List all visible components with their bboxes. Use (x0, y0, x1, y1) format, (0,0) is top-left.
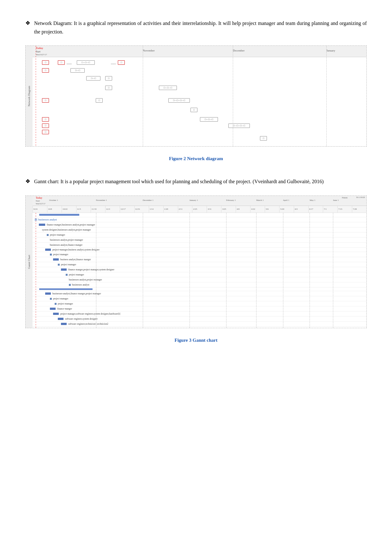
gantt-label-7: project-manager,business analyst,system … (33, 248, 100, 251)
gantt-row-15: businesses-analyst,finance manger,projec… (33, 291, 366, 296)
sep-jan-gantt (190, 213, 190, 328)
gantt-row-20: software engineer,system designer (33, 316, 366, 322)
sep-mar-gantt (256, 213, 256, 328)
jan-label-gantt: January 1 (190, 199, 198, 202)
today-line-gantt (36, 213, 36, 328)
gantt-row-0 (33, 213, 366, 217)
gantt-bar-icon-9 (53, 258, 59, 261)
date-cell-15: 4/8 (236, 206, 250, 213)
start-date-gantt: Wed 9/27/17 (36, 203, 45, 205)
sep-dec-gantt (143, 213, 143, 328)
oct-label-gantt: October 1 (49, 199, 58, 202)
gantt-row-10: project manager (33, 262, 366, 267)
dec-label-gantt: December 1 (143, 199, 154, 202)
finish-date-gantt: Fri 1/19/20 (356, 196, 365, 198)
date-cell-4: 11/5 (76, 206, 91, 213)
date-cell-20: 6/17 (308, 206, 323, 213)
gantt-dot-4 (47, 234, 49, 236)
gantt-row-7: project-manager,business analyst,system … (33, 248, 366, 252)
network-diagram-left-label: Network Diagram (26, 46, 33, 146)
gantt-row-4: project manager (33, 232, 366, 238)
gantt-row-19: project manager,software engineer,system… (33, 311, 366, 316)
gantt-label-2: finance manger,businesses analyst,projec… (33, 223, 95, 226)
gantt-chart-figure: Gannt Chart Today Start Wed 9/27/17 Octo… (25, 196, 367, 328)
mar-label-gantt: March 1 (256, 199, 264, 202)
net-node-17: □ (42, 130, 49, 134)
gantt-label-5: businesses analyst,project manager (33, 238, 83, 241)
gantt-left-label: Gannt Chart (26, 196, 33, 328)
bullet-text-gantt: Gannt chart: It is a popular project man… (34, 177, 324, 186)
sep-apr-gantt (283, 213, 283, 328)
net-node-1: □ (42, 60, 49, 65)
gantt-row-14: businesses analyst (33, 282, 366, 287)
net-node-9: □ (105, 86, 112, 90)
net-connector-1: —— (67, 62, 72, 65)
gantt-bar-icon-11 (61, 268, 67, 271)
gantt-row-21: software engineer,technicion1,technicion… (33, 322, 366, 327)
gantt-label-13: businesses analyst,project manager (33, 278, 102, 281)
net-node-3: □—□—□ (77, 60, 95, 65)
net-node-2: □ (58, 60, 65, 65)
nov-label-gantt: November 1 (96, 199, 107, 202)
gantt-row-13: businesses analyst,project manager (33, 277, 366, 282)
gantt-label-10: project manager (33, 263, 76, 266)
gantt-row-18: finance-manger (33, 306, 366, 311)
bullet-diamond-1: ❖ (25, 20, 30, 27)
net-node-16: □ (42, 123, 49, 128)
jan-label-network: January (326, 49, 335, 52)
nov-label-network: November (143, 49, 155, 52)
gantt-label-1: B businesses analyst (33, 218, 57, 221)
net-connector-2: —— (111, 62, 116, 65)
network-diagram-figure: Network Diagram Today Start Wed 9/27/17 … (25, 45, 367, 147)
gantt-dot-17 (55, 303, 57, 305)
gantt-dot-16 (50, 298, 52, 300)
net-node-20: □ (260, 136, 267, 141)
date-cell-1: 9/24 (33, 206, 47, 213)
gantt-label-9: business analyst,finance manger (33, 258, 91, 261)
start-label-gantt: Start (36, 200, 40, 202)
sep-nov-gantt (96, 213, 96, 328)
gantt-label-16: project manager (33, 297, 68, 300)
gantt-bar-icon-19 (53, 313, 59, 315)
net-node-15: □ (42, 117, 49, 122)
gantt-label-18: finance-manger (33, 307, 72, 310)
gantt-label-12: project manager (33, 273, 84, 276)
gantt-row-16: project manager (33, 296, 366, 301)
bullet-section-gantt: ❖ Gannt chart: It is a popular project m… (25, 177, 367, 186)
network-diagram-content: Today Start Wed 9/27/17 November Decembe… (33, 46, 366, 146)
date-cell-23: 7/29 (352, 206, 366, 213)
gantt-bar-icon-7 (45, 249, 51, 251)
gantt-row-11: finance manger,project manager,system de… (33, 267, 366, 272)
gantt-date-row: 9/24 10/8 10/22 11/5 11/19 12/3 12/17 12… (33, 206, 366, 213)
figure1-caption: Figure 2 Network diagram (25, 156, 367, 161)
gantt-row-12: project manager (33, 272, 366, 277)
bullet-text-network: Network Diagram: It is a graphical repre… (34, 19, 367, 36)
gantt-dot-14 (69, 284, 71, 286)
start-date-network: Wed 9/27/17 (36, 53, 47, 56)
gantt-label-15: businesses-analyst,finance manger,projec… (33, 292, 101, 295)
network-body: □ □ □—□—□ □ —— —— □—□ □ □—□ □ □ □—□—□ □ … (33, 57, 366, 146)
net-node-12: □ (96, 98, 103, 103)
gantt-bar-sep (39, 288, 93, 290)
timeline-header-network: Today Start Wed 9/27/17 November Decembe… (33, 46, 366, 57)
gantt-content: Today Start Wed 9/27/17 October 1 Novemb… (33, 196, 366, 328)
date-cell-3: 10/22 (62, 206, 76, 213)
date-cell-22: 7/15 (337, 206, 352, 213)
today-label-network: Today (36, 46, 43, 50)
net-node-6: □ (42, 68, 49, 73)
gantt-row-2: finance manger,businesses analyst,projec… (33, 222, 366, 227)
gantt-label-11: finance manger,project manager,system de… (33, 268, 114, 271)
gantt-bar-icon-20 (58, 318, 63, 320)
jun-label-gantt: June 1 (333, 199, 339, 202)
figure2-caption: Figure 3 Gannt chart (25, 338, 367, 343)
gantt-dot-8 (50, 254, 52, 256)
feb-label-gantt: February 1 (226, 199, 236, 202)
gantt-dot-12 (66, 274, 68, 276)
gantt-label-4: project manager (33, 233, 65, 236)
dec-label-network: December (233, 49, 244, 52)
start-label-network: Start (36, 50, 40, 53)
gantt-row-8: project manager (33, 252, 366, 257)
gantt-label-17: project manager (33, 302, 73, 305)
date-cell-2: 10/8 (47, 206, 62, 213)
gantt-row-6: businesses analyst,finance manger (33, 243, 366, 248)
